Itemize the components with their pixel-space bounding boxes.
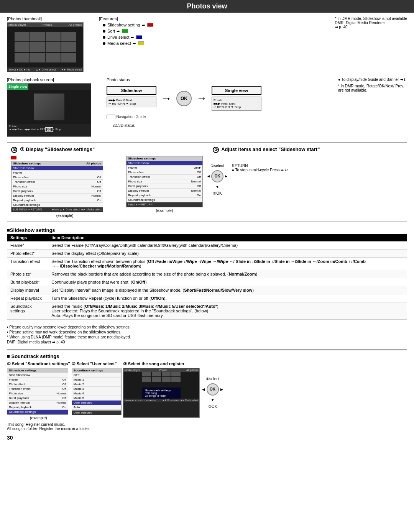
slideshow-settings-section: ■Slideshow settings Settings Item Descri… [7,227,407,320]
soundtrack-step-1: ① Select "Soundtrack settings" Slideshow… [7,361,70,420]
ok-button-step3[interactable]: OK [207,383,219,396]
soundtrack-step-2: ② Select "User select" Soundtrack settin… [72,361,122,415]
setting-name: Display interval [7,286,48,294]
adjust-screen: Slideshow settings Start Slideshow Frame… [126,156,203,207]
select-label: ①select [210,164,224,168]
setting-name: Photo effect* [7,249,48,257]
display-section: ① ① Display "Slideshow settings" ② Adjus… [7,142,407,222]
example-label: (example) [11,213,118,218]
green-button-icon [122,29,128,33]
thumbnail-section: [Photos thumbnail] Media player Photos A… [7,16,91,72]
setting-name: Frame* [7,241,48,249]
table-row: Photo effect* Select the display effect … [7,249,407,257]
note-2: * When using DLNA (DMP mode) feature the… [7,335,407,339]
ok-button[interactable]: OK [176,91,192,106]
step3-screen: Media player Photos All photos [123,368,200,418]
feature-media-select: Media select ➡ [103,41,324,46]
setting-name: Transition effect [7,257,48,270]
blue-button-icon [136,35,142,39]
single-view-nav-box: Single view Rotate ■■/▶ Prev. Next ↩ RET… [212,86,261,111]
setting-description: Select the Transition effect shown betwe… [48,257,407,270]
table-row: Burst playback* Continuously plays photo… [7,278,407,286]
slideshow-settings-header: ■Slideshow settings [7,227,55,233]
soundtrack-settings-overlay: Soundtrack settings This song All songs … [142,388,181,399]
features-list: Slideshow setting ➡ Sort ➡ Drive select … [103,23,324,46]
setting-name: Burst playback* [7,278,48,286]
feature-sort: Sort ➡ [103,29,324,33]
setting-description: Turn the Slideshow Repeat (cycle) functi… [48,294,407,302]
bullet-icon [103,36,105,39]
description-col-header: Item Description [48,234,407,241]
playback-right: ● To display/hide Guide and Banner ➡ ℹ *… [338,77,407,92]
arrow-icon: → [161,92,172,105]
table-row: Repeat playback Turn the Slideshow Repea… [7,294,407,302]
table-row: Soundtrack settings Select the music (Of… [7,302,407,319]
soundtrack-steps: ① Select "Soundtrack settings" Slideshow… [7,361,407,420]
bullet-icon [103,42,105,45]
bullet-icon [103,30,105,33]
settings-table-body: Frame* Select the Frame (Off/Array/Colla… [7,241,407,319]
setting-description: Set "Display interval" each image is dis… [48,286,407,294]
page-header: Photos view [0,0,414,13]
table-row: Display interval Set "Display interval" … [7,286,407,294]
photo-status-label: Photo status [107,77,330,82]
ok-label: ②OK [213,191,222,195]
bullet-icon [103,24,105,26]
step3-controls: ①select ◄ OK ► ▼ ②OK [201,361,224,409]
slideshow-nav-box: Slideshow ■■/▶ Prev.⊙Next ↩ RETURN ▼ Sto… [107,86,156,107]
setting-description: Select the display effect (Off/Sepia/Gra… [48,249,407,257]
display-screen: Slideshow settings All photos Start Slid… [11,161,103,212]
features-section: [Features] Slideshow setting ➡ Sort ➡ Dr… [99,16,324,72]
thumbnail-screen: Media player Photos All photos [7,22,84,72]
note-0: • Picture quality may become lower depen… [7,325,407,329]
display-title: ① ① Display "Slideshow settings" [11,146,201,153]
yellow-button-icon [138,41,144,45]
song-notes: This song: Register current music. All s… [7,422,407,431]
settings-col-header: Settings [7,234,48,241]
setting-description: Select the Frame (Off/Array/Collage/Drif… [48,241,407,249]
playback-left: [Photos playback screen] Single view Rot… [7,77,99,137]
feature-slideshow-setting: Slideshow setting ➡ [103,23,324,27]
feature-drive-select: Drive select ➡ [103,35,324,39]
setting-name: Soundtrack settings [7,302,48,319]
slideshow-settings-table: Settings Item Description Frame* Select … [7,234,407,320]
page-number: 30 [7,435,13,441]
photo-placeholder [34,94,64,120]
note-3: DMP: Digital media player ➡ p. 40 [7,340,407,344]
display-left: Slideshow settings All photos Start Slid… [11,156,118,218]
red-button-icon [147,23,153,27]
notes-section: • Picture quality may become lower depen… [7,325,407,344]
setting-description: Continuously plays photos that were shot… [48,278,407,286]
step1-screen: Slideshow settings Start Slideshow Frame… [7,368,68,415]
setting-description: Removes the black borders that are added… [48,270,407,278]
setting-name: Repeat playback [7,294,48,302]
table-row: Frame* Select the Frame (Off/Array/Colla… [7,241,407,249]
soundtrack-step-3: ③ Select the song and register Media pla… [123,361,200,418]
playback-screen: Single view Rotate ◄◄/▶ Prev. ●▶▶ Next ↩… [7,83,91,137]
two-d-status: ── 2D/3D status [107,123,330,128]
features-label: [Features] [99,16,324,21]
dmr-note: * In DMR mode, Slideshow is not availabl… [335,16,407,72]
playback-label: [Photos playback screen] [7,77,99,82]
thumbnail-label: [Photos thumbnail] [7,16,91,21]
nav-guide-label: ── Navigation Guide [107,115,330,119]
adjust-title: ② Adjust items and select "Slideshow sta… [213,146,403,153]
soundtrack-header: ■ Soundtrack settings [7,353,407,359]
example-label-2: (example) [126,209,203,213]
red-button-icon [11,156,16,159]
table-row: Photo size* Removes the black borders th… [7,270,407,278]
arrow-icon: → [196,92,207,105]
adjust-right: Slideshow settings Start Slideshow Frame… [126,156,403,218]
table-row: Transition effect Select the Transition … [7,257,407,270]
setting-name: Photo size* [7,270,48,278]
return-note: RETURN ● To stop in mid-cycle Press ➡ ↩ [232,164,288,172]
slideshow-nav: Slideshow ■■/▶ Prev.⊙Next ↩ RETURN ▼ Sto… [107,86,330,111]
playback-center: Photo status Slideshow ■■/▶ Prev.⊙Next ↩… [107,77,330,128]
soundtrack-section: ■ Soundtrack settings ① Select "Soundtra… [7,350,407,431]
setting-description: Select the music (Off/Music 1/Music 2/Mu… [48,302,407,319]
step2-screen: Soundtrack settings OFF Music 1 Music 2 … [72,368,122,415]
note-1: • Picture setting may not work depending… [7,330,407,334]
table-header-row: Settings Item Description [7,234,407,241]
playback-section: [Photos playback screen] Single view Rot… [7,77,407,137]
ok-button-small[interactable]: OK [211,170,223,182]
